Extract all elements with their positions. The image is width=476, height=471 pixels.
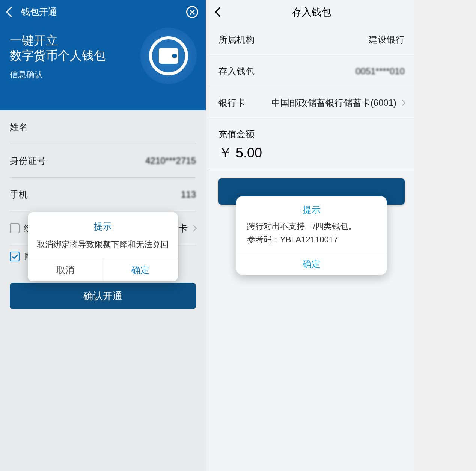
value-wallet: 0051****010 (355, 66, 405, 76)
bind-checkbox[interactable] (10, 224, 20, 233)
value-org: 建设银行 (369, 34, 405, 46)
label-name: 姓名 (10, 121, 28, 133)
row-id: 身份证号 4210***2715 (10, 144, 196, 178)
row-name: 姓名 (10, 110, 196, 144)
dialog-cancel-button[interactable]: 取消 (28, 259, 103, 281)
dialog-body: 取消绑定将导致限额下降和无法兑回 (28, 236, 178, 259)
chevron-right-icon (399, 99, 406, 106)
deposit-error-dialog: 提示 跨行对出不支持三/四类钱包。 参考码：YBLA12110017 确定 (236, 196, 387, 274)
navbar: 钱包开通 (0, 0, 206, 24)
dialog-ok-button[interactable]: 确定 (236, 253, 387, 274)
value-phone: 113 (181, 189, 196, 200)
value-bind: 卡 (179, 222, 188, 234)
back-icon[interactable] (6, 7, 17, 17)
row-phone: 手机 113 (10, 178, 196, 212)
label-wallet: 存入钱包 (218, 65, 255, 77)
dialog-body: 跨行对出不支持三/四类钱包。 参考码：YBLA12110017 (236, 220, 387, 253)
dialog-body-line1: 跨行对出不支持三/四类钱包。 (247, 220, 376, 233)
page-title: 存入钱包 (292, 6, 331, 19)
label-card: 银行卡 (218, 97, 246, 109)
close-icon[interactable] (186, 6, 198, 18)
row-org: 所属机构 建设银行 (209, 24, 414, 56)
hero-banner: 一键开立 数字货币个人钱包 信息确认 (0, 24, 206, 110)
wallet-hero-icon (140, 28, 197, 84)
value-card: 中国邮政储蓄银行储蓄卡(6001) (271, 97, 396, 109)
value-id: 4210***2715 (145, 156, 196, 166)
label-phone: 手机 (10, 189, 28, 201)
back-icon[interactable] (215, 7, 224, 16)
label-id: 身份证号 (10, 155, 46, 167)
dialog-title: 提示 (236, 196, 387, 220)
row-card[interactable]: 银行卡 中国邮政储蓄银行储蓄卡(6001) (209, 87, 414, 118)
wallet-open-screen: 钱包开通 一键开立 数字货币个人钱包 信息确认 姓名 身份证号 4210***2… (0, 0, 206, 471)
amount-value[interactable]: ￥ 5.00 (209, 142, 414, 170)
navbar: 存入钱包 (209, 0, 414, 24)
deposit-screen: 存入钱包 所属机构 建设银行 存入钱包 0051****010 银行卡 中国邮政… (209, 0, 414, 471)
amount-label: 充值金额 (209, 118, 414, 142)
confirm-open-button[interactable]: 确认开通 (10, 283, 196, 309)
dialog-ok-button[interactable]: 确定 (103, 259, 178, 281)
agree-checkbox[interactable] (10, 252, 20, 261)
dialog-body-line2: 参考码：YBLA12110017 (247, 233, 376, 246)
page-title: 钱包开通 (21, 6, 57, 18)
row-wallet: 存入钱包 0051****010 (209, 56, 414, 87)
dialog-title: 提示 (28, 212, 178, 236)
unbind-dialog: 提示 取消绑定将导致限额下降和无法兑回 取消 确定 (28, 212, 178, 281)
confirm-open-label: 确认开通 (83, 290, 122, 303)
label-org: 所属机构 (218, 34, 255, 46)
chevron-right-icon (191, 225, 197, 231)
